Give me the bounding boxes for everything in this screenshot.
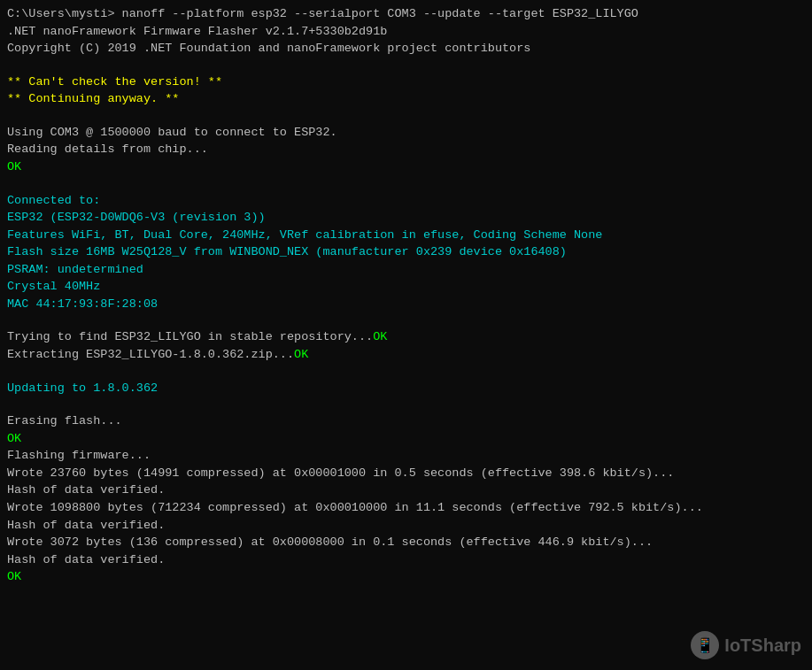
terminal-line: ** Continuing anyway. ** bbox=[7, 90, 805, 108]
terminal-line bbox=[7, 108, 805, 124]
wechat-icon: 📱 bbox=[691, 631, 719, 659]
terminal-line: OK bbox=[7, 158, 805, 176]
terminal-line bbox=[7, 312, 805, 328]
terminal-line: Copyright (C) 2019 .NET Foundation and n… bbox=[7, 40, 805, 58]
terminal-line: Hash of data verified. bbox=[7, 481, 805, 499]
terminal-line: OK bbox=[7, 568, 805, 586]
terminal-line: PSRAM: undetermined bbox=[7, 261, 805, 279]
terminal-line: Wrote 23760 bytes (14991 compressed) at … bbox=[7, 465, 805, 482]
terminal-line: Erasing flash... bbox=[7, 412, 805, 430]
terminal-line: Connected to: bbox=[7, 192, 805, 210]
terminal-line: Flash size 16MB W25Q128_V from WINBOND_N… bbox=[7, 243, 805, 261]
terminal-line bbox=[7, 364, 805, 380]
terminal-line: Extracting ESP32_LILYGO-1.8.0.362.zip...… bbox=[7, 346, 805, 364]
terminal-line: Reading details from chip... bbox=[7, 141, 805, 158]
terminal-window: C:\Users\mysti> nanoff --platform esp32 … bbox=[0, 0, 812, 670]
terminal-line: Using COM3 @ 1500000 baud to connect to … bbox=[7, 124, 805, 142]
terminal-line bbox=[7, 58, 805, 73]
terminal-line bbox=[7, 397, 805, 412]
terminal-line: Trying to find ESP32_LILYGO in stable re… bbox=[7, 328, 805, 346]
terminal-line bbox=[7, 176, 805, 192]
terminal-line: C:\Users\mysti> nanoff --platform esp32 … bbox=[7, 5, 805, 23]
watermark-text: IoTSharp bbox=[724, 635, 801, 656]
terminal-line: MAC 44:17:93:8F:28:08 bbox=[7, 296, 805, 313]
terminal-line: Hash of data verified. bbox=[7, 551, 805, 569]
terminal-line: Updating to 1.8.0.362 bbox=[7, 380, 805, 397]
terminal-line: Flashing firmware... bbox=[7, 447, 805, 465]
terminal-line: ** Can't check the version! ** bbox=[7, 73, 805, 91]
terminal-line: Crystal 40MHz bbox=[7, 278, 805, 296]
terminal-line: Wrote 3072 bytes (136 compressed) at 0x0… bbox=[7, 534, 805, 551]
terminal-line: ESP32 (ESP32-D0WDQ6-V3 (revision 3)) bbox=[7, 209, 805, 227]
terminal-line: Hash of data verified. bbox=[7, 517, 805, 535]
terminal-line: .NET nanoFramework Firmware Flasher v2.1… bbox=[7, 23, 805, 41]
terminal-line: OK bbox=[7, 430, 805, 448]
watermark: 📱 IoTSharp bbox=[691, 631, 801, 659]
terminal-line: Features WiFi, BT, Dual Core, 240MHz, VR… bbox=[7, 227, 805, 244]
terminal-line: Wrote 1098800 bytes (712234 compressed) … bbox=[7, 499, 805, 517]
